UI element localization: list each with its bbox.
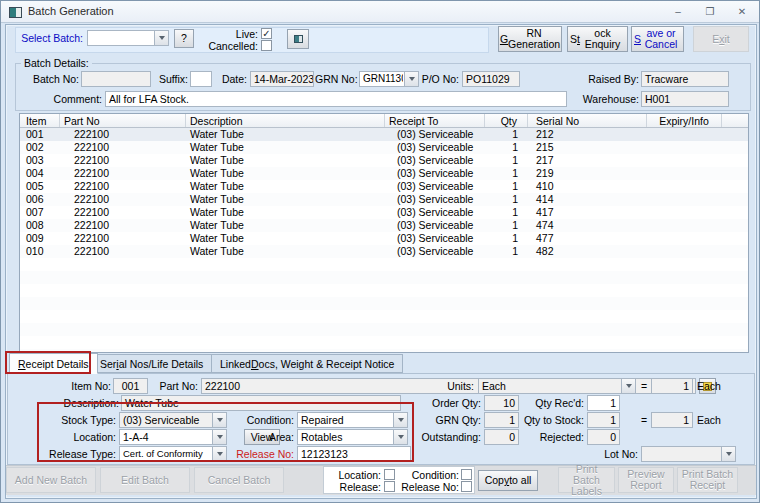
col-item[interactable]: Item	[20, 114, 60, 127]
qty-to-stock-equals-label: =	[641, 414, 649, 427]
grn-qty-label: GRN Qty:	[426, 414, 481, 427]
preview-report-button: Preview Report	[618, 467, 674, 493]
part-no-label: Part No:	[151, 380, 198, 393]
item-no-label: Item No:	[61, 380, 111, 393]
release-type-label: Release Type:	[39, 448, 116, 461]
table-row[interactable]: 006 222100 Water Tube (03) Serviceable 1…	[20, 193, 748, 206]
chevron-down-icon[interactable]	[393, 430, 407, 444]
chevron-down-icon[interactable]	[621, 379, 635, 393]
cancelled-label: Cancelled:	[196, 40, 258, 53]
table-row[interactable]: 003 222100 Water Tube (03) Serviceable 1…	[20, 154, 748, 167]
col-description[interactable]: Description	[186, 114, 385, 127]
col-receipt-to[interactable]: Receipt To	[385, 114, 485, 127]
release-type-combobox[interactable]: Cert. of Conformity	[119, 446, 227, 462]
area-combobox[interactable]: Rotables	[297, 429, 408, 445]
area-label: Area:	[241, 431, 294, 444]
save-or-cancel-button[interactable]: Save or Cancel	[631, 26, 684, 52]
chevron-down-icon[interactable]	[721, 447, 735, 461]
table-row[interactable]: 007 222100 Water Tube (03) Serviceable 1…	[20, 206, 748, 219]
condition-label: Condition:	[241, 414, 294, 427]
copy-to-all-button[interactable]: Copy to all	[478, 470, 538, 491]
browse-batch-button[interactable]	[287, 29, 309, 49]
print-batch-labels-button: Print Batch Labels	[558, 467, 615, 493]
release-no-field[interactable]: 12123123	[297, 446, 411, 462]
warehouse-label: Warehouse:	[581, 93, 639, 106]
chevron-down-icon[interactable]	[404, 72, 418, 86]
copy-location-checkbox[interactable]	[384, 469, 395, 480]
copy-release-no-checkbox[interactable]	[461, 481, 472, 492]
grn-no-combobox[interactable]: GRN11303	[359, 71, 419, 87]
stock-type-combobox[interactable]: (03) Serviceable	[119, 412, 227, 428]
col-spacer	[722, 114, 748, 127]
table-row[interactable]: 009 222100 Water Tube (03) Serviceable 1…	[20, 232, 748, 245]
chevron-down-icon[interactable]	[212, 413, 226, 427]
units-factor-field: 1	[651, 378, 693, 394]
col-expiry-info[interactable]: Expiry/Info	[647, 114, 722, 127]
grn-no-label: GRN No:	[315, 73, 357, 86]
batch-details-label: Batch Details:	[21, 57, 92, 69]
table-row[interactable]: 005 222100 Water Tube (03) Serviceable 1…	[20, 180, 748, 193]
table-row[interactable]: 001 222100 Water Tube (03) Serviceable 1…	[20, 128, 748, 141]
cancelled-checkbox[interactable]	[261, 40, 272, 51]
grn-qty-field: 1	[484, 412, 519, 428]
restore-icon[interactable]: ❐	[699, 4, 721, 20]
condition-combobox[interactable]: Repaired	[297, 412, 408, 428]
col-qty[interactable]: Qty	[485, 114, 528, 127]
comment-field[interactable]: All for LFA Stock.	[105, 91, 567, 107]
qty-recd-label: Qty Rec'd:	[529, 397, 584, 410]
lot-no-label: Lot No:	[596, 448, 638, 461]
table-row[interactable]: 002 222100 Water Tube (03) Serviceable 1…	[20, 141, 748, 154]
qty-to-stock-field: 1	[587, 412, 620, 428]
live-checkbox[interactable]: ✓	[261, 28, 272, 39]
stock-enquiry-button[interactable]: Stock Enquiry	[567, 26, 628, 52]
cancel-batch-button: Cancel Batch	[194, 467, 284, 493]
col-serial-no[interactable]: Serial No	[528, 114, 647, 127]
tab-serial-nos-life-details[interactable]: Serial Nos/Life Details	[91, 354, 212, 373]
units-combobox[interactable]: Each	[478, 378, 636, 394]
po-no-field: PO11029	[462, 71, 520, 87]
date-label: Date:	[215, 73, 247, 86]
copy-release-checkbox[interactable]	[384, 481, 395, 492]
units-factor-unit-label: Each	[697, 380, 737, 393]
chevron-down-icon[interactable]	[154, 31, 168, 45]
table-row[interactable]: 004 222100 Water Tube (03) Serviceable 1…	[20, 167, 748, 180]
suffix-field[interactable]	[190, 71, 212, 87]
stock-type-label: Stock Type:	[49, 414, 116, 427]
location-combobox[interactable]: 1-A-4	[119, 429, 227, 445]
chevron-down-icon[interactable]	[212, 430, 226, 444]
comment-label: Comment:	[51, 93, 102, 106]
select-batch-label: Select Batch:	[11, 32, 83, 45]
help-button[interactable]: ?	[174, 29, 194, 48]
location-label: Location:	[49, 431, 116, 444]
batch-no-label: Batch No:	[29, 73, 79, 86]
minimize-icon[interactable]: –	[667, 4, 689, 20]
units-equals-label: =	[641, 380, 649, 393]
items-table: Item Part No Description Receipt To Qty …	[19, 113, 749, 353]
exit-button: Exit	[693, 26, 749, 52]
grn-generation-button[interactable]: GRN Generation	[498, 26, 562, 52]
raised-by-field: Tracware	[641, 71, 729, 87]
lot-no-combobox[interactable]	[641, 446, 736, 462]
copy-condition-checkbox[interactable]	[461, 469, 472, 480]
rejected-label: Rejected:	[529, 431, 584, 444]
chevron-down-icon[interactable]	[393, 413, 407, 427]
suffix-label: Suffix:	[153, 73, 188, 86]
table-row[interactable]: 010 222100 Water Tube (03) Serviceable 1…	[20, 245, 748, 258]
close-icon[interactable]: ✕	[731, 4, 753, 20]
description-field: Water Tube	[121, 395, 401, 411]
description-label: Description:	[56, 397, 119, 410]
tab-receipt-details[interactable]: Receipt Details	[9, 353, 98, 374]
select-batch-combobox[interactable]	[87, 30, 169, 46]
tab-linked-docs-weight-receipt-notice[interactable]: Linked Docs, Weight & Receipt Notice	[211, 354, 403, 373]
chevron-down-icon[interactable]	[212, 447, 226, 461]
qty-to-stock-factor-field: 1	[651, 412, 693, 428]
release-no-label: Release No:	[236, 448, 294, 461]
units-label: Units:	[431, 380, 474, 393]
table-row[interactable]: 008 222100 Water Tube (03) Serviceable 1…	[20, 219, 748, 232]
col-part-no[interactable]: Part No	[60, 114, 186, 127]
outstanding-field: 0	[484, 429, 519, 445]
qty-recd-field[interactable]: 1	[587, 395, 620, 411]
outstanding-label: Outstanding:	[419, 431, 481, 444]
browse-icon	[294, 35, 303, 43]
qty-to-stock-label: Qty to Stock:	[519, 414, 584, 427]
